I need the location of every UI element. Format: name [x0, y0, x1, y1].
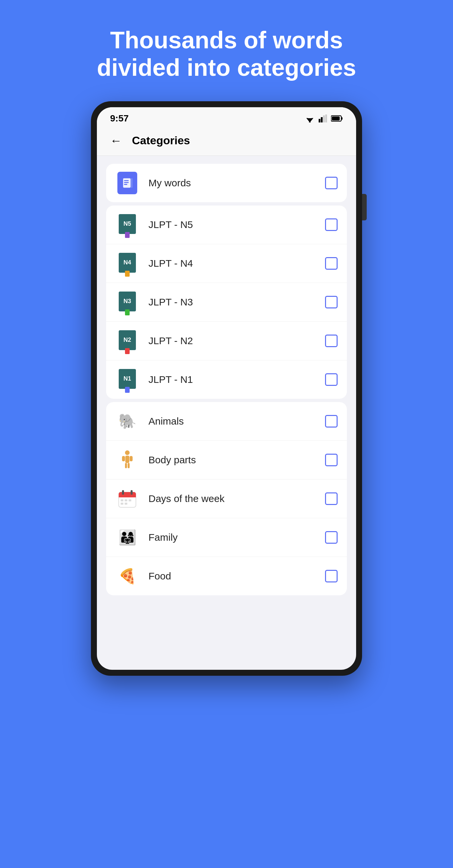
food-icon: 🍕	[116, 564, 139, 588]
food-label: Food	[149, 570, 325, 582]
categories-group: 🐘 Animals B	[106, 402, 347, 595]
svg-rect-13	[124, 182, 129, 183]
header-section: Thousands of words divided into categori…	[64, 0, 389, 101]
svg-rect-27	[121, 499, 123, 501]
svg-rect-6	[323, 115, 325, 122]
svg-point-3	[309, 121, 311, 122]
list-item-jlpt-n3[interactable]: N3 JLPT - N3	[106, 283, 347, 322]
jlpt-n3-label: JLPT - N3	[149, 297, 325, 308]
svg-rect-19	[130, 456, 133, 461]
header-line1: Thousands of words	[110, 27, 343, 53]
jlpt-n3-checkbox[interactable]	[325, 296, 337, 308]
svg-rect-29	[129, 499, 131, 501]
jlpt-n1-label: JLPT - N1	[149, 374, 325, 385]
jlpt-n4-checkbox[interactable]	[325, 257, 337, 270]
jlpt-n2-label: JLPT - N2	[149, 335, 325, 346]
jlpt-n2-icon: N2	[116, 329, 139, 353]
body-parts-icon	[116, 448, 139, 472]
days-of-week-checkbox[interactable]	[325, 492, 337, 505]
body-parts-label: Body parts	[149, 454, 325, 466]
family-icon: 👨‍👩‍👧	[116, 526, 139, 549]
header-line2: divided into categories	[97, 54, 356, 81]
app-bar: ← Categories	[97, 127, 356, 156]
my-words-label: My words	[149, 177, 325, 189]
list-item-my-words[interactable]: My words	[106, 164, 347, 202]
wifi-icon	[304, 115, 315, 122]
animals-icon: 🐘	[116, 409, 139, 433]
jlpt-n4-icon: N4	[116, 251, 139, 275]
jlpt-n5-label: JLPT - N5	[149, 219, 325, 230]
list-item-jlpt-n1[interactable]: N1 JLPT - N1	[106, 360, 347, 399]
my-words-group: My words	[106, 164, 347, 202]
phone-wrapper: 9:57	[91, 101, 362, 676]
svg-rect-4	[319, 119, 320, 122]
jlpt-group: N5 JLPT - N5 N4 JLPT - N4	[106, 206, 347, 399]
list-item-days-of-week[interactable]: Days of the week	[106, 479, 347, 518]
family-checkbox[interactable]	[325, 531, 337, 544]
list-item-jlpt-n5[interactable]: N5 JLPT - N5	[106, 206, 347, 244]
svg-rect-24	[119, 495, 136, 497]
signal-icon	[318, 115, 328, 122]
phone-screen: 9:57	[97, 107, 356, 670]
svg-rect-10	[332, 117, 339, 120]
svg-rect-17	[125, 456, 129, 463]
list-item-family[interactable]: 👨‍👩‍👧 Family	[106, 518, 347, 557]
svg-rect-21	[128, 463, 130, 468]
svg-rect-9	[341, 117, 343, 120]
svg-rect-25	[122, 490, 124, 495]
list-item-food[interactable]: 🍕 Food	[106, 557, 347, 595]
family-label: Family	[149, 532, 325, 543]
food-checkbox[interactable]	[325, 570, 337, 582]
days-of-week-label: Days of the week	[149, 493, 325, 504]
jlpt-n5-icon: N5	[116, 213, 139, 237]
body-parts-checkbox[interactable]	[325, 454, 337, 466]
svg-rect-20	[125, 463, 127, 468]
list-item-jlpt-n4[interactable]: N4 JLPT - N4	[106, 244, 347, 283]
jlpt-n1-checkbox[interactable]	[325, 373, 337, 386]
animals-label: Animals	[149, 415, 325, 427]
status-time: 9:57	[110, 113, 129, 124]
svg-rect-7	[325, 115, 327, 122]
jlpt-n3-icon: N3	[116, 290, 139, 314]
status-icons	[304, 115, 343, 122]
animals-checkbox[interactable]	[325, 415, 337, 428]
side-button	[362, 194, 367, 220]
my-words-checkbox[interactable]	[325, 177, 337, 189]
svg-rect-18	[122, 456, 125, 461]
svg-rect-28	[125, 499, 127, 501]
svg-rect-30	[121, 503, 123, 505]
app-bar-title: Categories	[132, 134, 190, 147]
days-of-week-icon	[116, 487, 139, 510]
svg-rect-14	[124, 184, 127, 185]
svg-rect-12	[124, 180, 129, 181]
my-words-icon	[116, 171, 139, 195]
list-item-body-parts[interactable]: Body parts	[106, 441, 347, 479]
svg-rect-15	[131, 178, 132, 187]
list-item-jlpt-n2[interactable]: N2 JLPT - N2	[106, 322, 347, 360]
svg-point-16	[125, 451, 130, 455]
jlpt-n4-label: JLPT - N4	[149, 258, 325, 269]
jlpt-n2-checkbox[interactable]	[325, 335, 337, 347]
jlpt-n5-checkbox[interactable]	[325, 218, 337, 231]
status-bar: 9:57	[97, 107, 356, 127]
back-button[interactable]: ←	[110, 134, 122, 148]
jlpt-n1-icon: N1	[116, 368, 139, 392]
svg-rect-31	[125, 503, 127, 505]
svg-rect-26	[131, 490, 133, 495]
list-container: My words N5 JLPT - N5	[97, 156, 356, 603]
list-item-animals[interactable]: 🐘 Animals	[106, 402, 347, 441]
battery-icon	[331, 115, 343, 122]
svg-rect-5	[321, 117, 322, 122]
